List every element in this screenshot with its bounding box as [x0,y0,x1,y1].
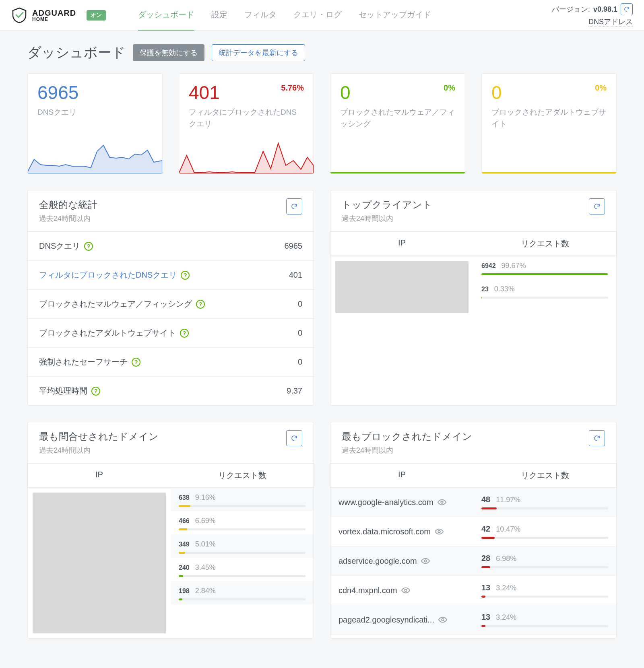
stat-row-label[interactable]: フィルタにブロックされたDNSクエリ ? [39,270,190,280]
help-icon[interactable]: ? [84,242,93,251]
domain-cell[interactable]: www.google-analytics.com [330,488,473,517]
panel-title: 最も問合せされたドメイン [39,430,159,443]
stat-row: 平均処理時間 ? 9.37 [28,377,314,405]
request-count: 240 [179,564,190,571]
domain-cell[interactable]: pagead2.googlesyndicati... [330,605,473,634]
col-ip[interactable]: IP [330,464,473,487]
logo[interactable]: ADGUARD HOME オン [11,7,106,23]
panel-sub: 過去24時間以内 [39,445,159,455]
stat-row-value: 6965 [285,241,303,251]
progress-bar [179,505,305,507]
status-on-badge: オン [87,10,106,21]
stat-blocked-adult: 0% 0 ブロックされたアダルトウェブサイト [481,73,617,174]
blocked-sparkline [179,141,314,173]
stat-row-value: 0 [298,299,302,309]
panel-refresh-button[interactable] [286,430,302,446]
nav-setup[interactable]: セットアップガイド [359,0,431,31]
col-ip[interactable]: IP [28,464,171,487]
help-icon[interactable]: ? [91,387,100,396]
stat-value: 6965 [37,83,153,102]
progress-bar [179,575,305,577]
panel-title: トップクライアント [342,198,432,211]
queried-row: 3495.01% [171,534,314,558]
progress-bar [481,537,608,539]
domain-cell[interactable]: adservice.google.com [330,546,473,575]
request-count: 349 [179,541,190,548]
request-count: 42 [481,524,490,534]
blocked-row: vortex.data.microsoft.com 4210.47% [330,517,616,546]
refresh-icon [593,435,601,442]
eye-icon [438,498,446,507]
refresh-stats-button[interactable]: 統計データを最新にする [212,44,305,61]
request-pct: 3.24% [496,613,516,622]
stat-row-label: 強制されたセーフサーチ ? [39,357,140,367]
panel-refresh-button[interactable] [286,198,302,214]
col-requests[interactable]: リクエスト数 [171,464,314,487]
request-cell: 4811.97% [481,495,608,509]
general-stats-panel: 全般的な統計 過去24時間以内 DNSクエリ ? 6965 フィルタにブロックさ… [27,190,314,406]
request-count: 198 [179,588,190,595]
request-pct: 0.33% [494,285,515,293]
stat-value: 0 [491,83,607,102]
brand-sub: HOME [32,17,76,22]
svg-point-4 [442,619,444,621]
eye-icon [421,557,430,565]
col-requests[interactable]: リクエスト数 [473,232,616,256]
page-title-row: ダッシュボード 保護を無効にする 統計データを最新にする [27,43,617,62]
svg-point-3 [405,589,407,592]
client-row: 230.33% [473,279,616,303]
request-pct: 2.84% [195,587,216,595]
nav-querylog[interactable]: クエリ・ログ [293,0,342,31]
help-icon[interactable]: ? [181,271,190,280]
blocked-row: www.google-analytics.com 4811.97% [330,488,616,517]
app-header: ADGUARD HOME オン ダッシュボード 設定 フィルタ クエリ・ログ セ… [0,0,644,31]
nav-filters[interactable]: フィルタ [244,0,277,31]
progress-bar [481,625,608,627]
col-requests[interactable]: リクエスト数 [473,464,616,487]
domain-cell[interactable]: cdn4.mxpnl.com [330,576,473,605]
top-blocked-panel: 最もブロックされたドメイン 過去24時間以内 IP リクエスト数 www.goo… [330,422,617,639]
refresh-icon [623,6,630,12]
panel-refresh-button[interactable] [589,198,605,214]
stat-row: DNSクエリ ? 6965 [28,232,314,261]
dns-address-link[interactable]: DNSアドレス [588,17,633,27]
nav-settings[interactable]: 設定 [211,0,227,31]
request-cell: 133.24% [481,612,608,627]
request-cell: 6389.16% [179,493,305,507]
stat-blocked-malware: 0% 0 ブロックされたマルウェア／フィッシング [330,73,465,174]
stat-label: フィルタにブロックされたDNSクエリ [189,107,304,130]
request-pct: 9.16% [195,493,216,502]
request-count: 13 [481,612,490,622]
request-pct: 3.24% [496,584,516,592]
progress-bar [179,552,305,554]
malware-sparkline [330,172,465,173]
version-refresh-button[interactable] [621,3,633,15]
stat-label: DNSクエリ [37,107,153,118]
stat-cards: 6965 DNSクエリ 5.76% 401 フィルタにブロックされたDNSクエリ… [27,73,617,174]
nav-dashboard[interactable]: ダッシュボード [138,0,194,31]
disable-protection-button[interactable]: 保護を無効にする [133,44,204,61]
main-nav: ダッシュボード 設定 フィルタ クエリ・ログ セットアップガイド [138,0,431,31]
col-ip[interactable]: IP [330,232,473,256]
domain-cell[interactable]: vortex.data.microsoft.com [330,517,473,546]
request-pct: 99.67% [502,262,526,270]
progress-bar [179,598,305,600]
stat-value: 0 [340,83,455,102]
stat-row: ブロックされたマルウェア／フィッシング ? 0 [28,290,314,319]
panel-refresh-button[interactable] [589,430,605,446]
progress-bar [481,507,608,509]
help-icon[interactable]: ? [132,358,140,367]
request-pct: 6.98% [496,555,516,563]
request-cell: 2403.45% [179,563,305,577]
stat-row: 強制されたセーフサーチ ? 0 [28,348,314,377]
help-icon[interactable]: ? [196,300,205,309]
top-queried-panel: 最も問合せされたドメイン 過去24時間以内 IP リクエスト数 6389.16%… [27,422,314,639]
svg-point-1 [438,530,440,533]
request-cell: 694299.67% [481,262,608,275]
help-icon[interactable]: ? [180,329,189,338]
stat-row: ブロックされたアダルトウェブサイト ? 0 [28,319,314,348]
stat-row-value: 401 [289,270,302,280]
blocked-row: adservice.google.com 286.98% [330,546,616,576]
refresh-icon [291,435,298,442]
refresh-icon [593,203,601,210]
